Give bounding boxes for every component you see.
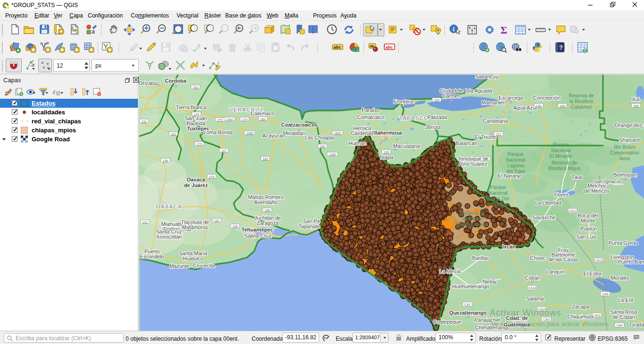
svg-text:La Mesía: La Mesía bbox=[439, 268, 461, 274]
svg-text:a: a bbox=[92, 28, 95, 35]
svg-text:El Estor: El Estor bbox=[584, 271, 602, 276]
svg-text:Isla Aguada: Isla Aguada bbox=[465, 88, 492, 94]
svg-text:Parque: Parque bbox=[508, 151, 524, 157]
svg-text:CA13: CA13 bbox=[594, 259, 602, 262]
svg-text:Ixcán: Ixcán bbox=[502, 244, 516, 249]
svg-text:la Biosfera: la Biosfera bbox=[569, 98, 593, 104]
svg-text:Sierra Del: Sierra Del bbox=[487, 196, 509, 201]
svg-text:de las Casas: de las Casas bbox=[548, 257, 578, 262]
svg-text:abc: abc bbox=[333, 45, 341, 50]
svg-text:Matamoros: Matamoros bbox=[182, 224, 208, 230]
svg-text:Carmen: Carmen bbox=[442, 93, 460, 99]
svg-text:Coatzacoalcos: Coatzacoalcos bbox=[281, 122, 317, 128]
svg-text:Reserva de: Reserva de bbox=[459, 210, 485, 216]
svg-text:Frontera: Frontera bbox=[393, 99, 413, 104]
svg-text:Pino Suárez: Pino Suárez bbox=[459, 161, 487, 167]
svg-text:Paraíso: Paraíso bbox=[362, 107, 380, 113]
svg-text:de Juárez: de Juárez bbox=[184, 182, 208, 188]
svg-text:Jonuta: Jonuta bbox=[425, 124, 441, 130]
svg-text:Shipyard: Shipyard bbox=[619, 137, 639, 143]
svg-text:1450: 1450 bbox=[226, 118, 233, 121]
svg-text:Escárcega: Escárcega bbox=[499, 95, 524, 101]
svg-text:i: i bbox=[453, 26, 455, 33]
svg-text:La Libertad: La Libertad bbox=[535, 200, 561, 206]
svg-text:179: 179 bbox=[209, 175, 214, 179]
svg-text:Tapanate: Tapanate bbox=[298, 224, 320, 229]
svg-text:Nacional: Nacional bbox=[489, 190, 508, 196]
svg-text:Crucecita: Crucecita bbox=[193, 263, 215, 268]
svg-text:Escondido: Escondido bbox=[140, 254, 164, 259]
svg-text:131: 131 bbox=[141, 120, 147, 123]
svg-text:186: 186 bbox=[633, 104, 639, 108]
svg-text:La Ent: La Ent bbox=[618, 297, 633, 303]
svg-text:CA14: CA14 bbox=[528, 286, 536, 290]
svg-text:Huiman: Huiman bbox=[348, 140, 366, 146]
svg-text:Catemaco: Catemaco bbox=[251, 111, 274, 116]
svg-text:Flores: Flores bbox=[554, 192, 569, 198]
svg-text:Orange Wa: Orange Wa bbox=[615, 122, 642, 128]
svg-text:Loma Bonita: Loma Bonita bbox=[203, 129, 233, 135]
svg-text:Poptún: Poptún bbox=[581, 226, 597, 232]
svg-text:Oaxaca: Oaxaca bbox=[186, 177, 205, 182]
svg-text:Tehuantepec: Tehuantepec bbox=[241, 227, 273, 232]
svg-text:Chiquimula: Chiquimula bbox=[567, 314, 593, 319]
svg-text:CA9: CA9 bbox=[602, 292, 608, 296]
svg-text:Conservation: Conservation bbox=[610, 150, 639, 155]
svg-text:CA12: CA12 bbox=[568, 209, 576, 213]
svg-text:Cárdenas: Cárdenas bbox=[351, 130, 373, 136]
svg-text:Ve a Configuración para activa: Ve a Configuración para activar Windows. bbox=[491, 320, 610, 327]
svg-text:Mazunte: Mazunte bbox=[169, 263, 189, 269]
svg-text:Chisec: Chisec bbox=[530, 255, 546, 261]
svg-text:San Luis: San Luis bbox=[576, 234, 597, 240]
svg-text:?: ? bbox=[559, 44, 563, 51]
svg-text:Comalcalco: Comalcalco bbox=[357, 114, 384, 120]
svg-text:Balancán: Balancán bbox=[456, 140, 477, 146]
svg-text:Agua Azul: Agua Azul bbox=[513, 105, 537, 111]
svg-text:186: 186 bbox=[559, 104, 565, 108]
svg-text:Sabancuy: Sabancuy bbox=[475, 75, 499, 79]
svg-text:175: 175 bbox=[196, 143, 202, 146]
svg-text:Las Choapas: Las Choapas bbox=[305, 135, 336, 140]
svg-text:C: C bbox=[640, 123, 644, 129]
svg-text:de Mencos: de Mencos bbox=[584, 188, 610, 194]
svg-text:Salamá: Salamá bbox=[526, 296, 544, 301]
svg-text:180: 180 bbox=[320, 145, 325, 148]
svg-text:Coatepeque: Coatepeque bbox=[433, 319, 461, 325]
svg-text:185: 185 bbox=[264, 209, 270, 212]
svg-text:Nacional: Nacional bbox=[551, 147, 571, 153]
svg-text:1450: 1450 bbox=[246, 132, 253, 135]
svg-text:Reserva de: Reserva de bbox=[568, 93, 594, 98]
svg-text:Concepción: Concepción bbox=[533, 95, 560, 101]
svg-text:Orizaba: Orizaba bbox=[139, 80, 157, 86]
svg-text:Montes Azules: Montes Azules bbox=[456, 222, 488, 227]
svg-text:Zacapa: Zacapa bbox=[572, 304, 590, 310]
svg-text:Tikal: Tikal bbox=[572, 174, 583, 180]
svg-text:180: 180 bbox=[260, 118, 266, 121]
svg-text:Laguna: Laguna bbox=[507, 163, 524, 168]
svg-text:190: 190 bbox=[232, 225, 238, 228]
svg-text:131: 131 bbox=[142, 221, 148, 224]
svg-text:CA1: CA1 bbox=[464, 303, 470, 306]
svg-text:TABASCO: TABASCO bbox=[399, 115, 429, 121]
svg-text:1:1: 1:1 bbox=[222, 26, 227, 30]
svg-text:Reserva de: Reserva de bbox=[551, 160, 577, 165]
svg-text:Parque: Parque bbox=[553, 142, 569, 147]
svg-text:CA4: CA4 bbox=[616, 324, 622, 327]
svg-text:182: 182 bbox=[170, 133, 176, 136]
svg-text:179: 179 bbox=[242, 118, 247, 121]
svg-text:Quezaltenango: Quezaltenango bbox=[449, 310, 487, 316]
svg-text:135: 135 bbox=[162, 159, 168, 163]
svg-text:175: 175 bbox=[217, 119, 222, 122]
svg-text:Puerto Barr: Puerto Barr bbox=[618, 259, 644, 265]
svg-text:Huehuetenango: Huehuetenango bbox=[452, 284, 489, 289]
svg-text:Xul-: Xul- bbox=[632, 96, 641, 102]
svg-text:Calakmul: Calakmul bbox=[571, 104, 592, 110]
svg-text:Minatitlán: Minatitlán bbox=[283, 130, 305, 136]
svg-text:Activar Windows: Activar Windows bbox=[490, 308, 561, 318]
svg-text:acandón: acandón bbox=[489, 201, 508, 207]
svg-text:El Triunfo: El Triunfo bbox=[475, 134, 497, 140]
svg-text:abc: abc bbox=[386, 45, 393, 50]
svg-text:Rio Bravo: Rio Bravo bbox=[614, 144, 636, 150]
svg-text:Area: Area bbox=[619, 155, 630, 161]
svg-text:Σ: Σ bbox=[500, 24, 507, 35]
